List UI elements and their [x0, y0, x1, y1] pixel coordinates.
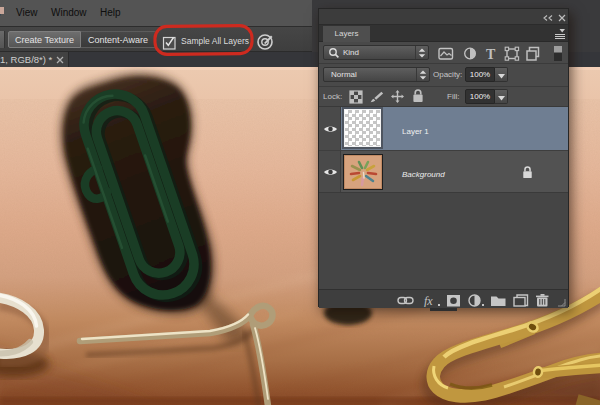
svg-text:fx: fx: [424, 294, 433, 307]
svg-text:T: T: [486, 47, 496, 62]
